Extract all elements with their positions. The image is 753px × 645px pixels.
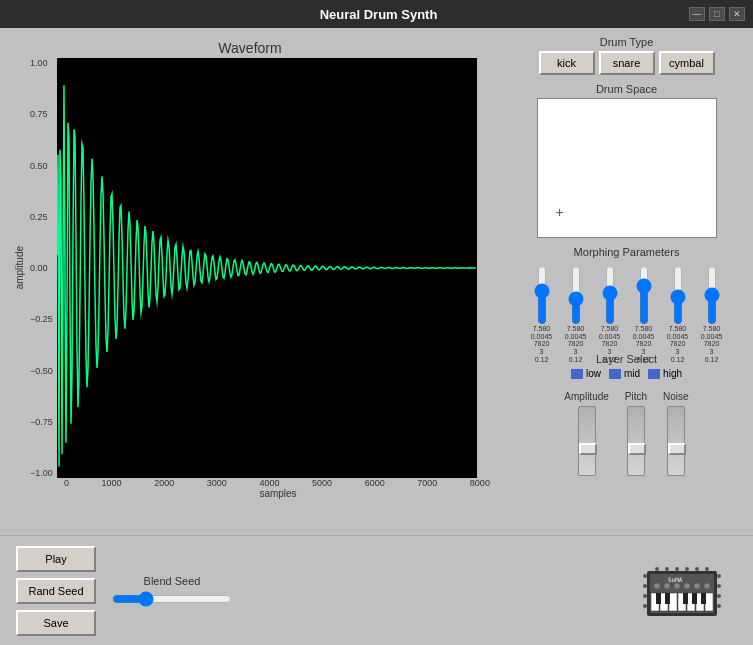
amplitude-label: Amplitude: [564, 391, 608, 402]
svg-point-17: [684, 583, 690, 589]
pitch-track[interactable]: [627, 406, 645, 476]
pitch-label: Pitch: [625, 391, 647, 402]
svg-rect-10: [665, 593, 670, 604]
morph-slider-4: 7.5800.0045782030.12: [630, 265, 658, 345]
snare-button[interactable]: snare: [599, 51, 655, 75]
soma-logo-svg: SoMA: [627, 551, 737, 631]
morphing-sliders: 7.5800.0045782030.12 7.5800.0045782030.1…: [508, 265, 745, 345]
kick-button[interactable]: kick: [539, 51, 595, 75]
waveform-container: Waveform amplitude 1.00 0.75 0.50 0.25: [8, 36, 492, 527]
close-button[interactable]: ✕: [729, 7, 745, 21]
layer-mid-swatch: [609, 369, 621, 379]
svg-rect-9: [656, 593, 661, 604]
drum-type-buttons: kick snare cymbal: [508, 51, 745, 75]
svg-point-23: [643, 594, 647, 598]
pitch-thumb[interactable]: [628, 443, 646, 455]
svg-rect-8: [705, 593, 713, 611]
morph-vslider-5[interactable]: [668, 265, 688, 325]
title-bar: Neural Drum Synth — □ ✕: [0, 0, 753, 28]
drum-space-canvas[interactable]: +: [537, 98, 717, 238]
morph-slider-2: 7.5800.0045782030.12: [562, 265, 590, 345]
morph-vslider-1[interactable]: [532, 265, 552, 325]
rand-seed-button[interactable]: Rand Seed: [16, 578, 96, 604]
button-group: Play Rand Seed Save: [16, 546, 96, 636]
morph-vslider-6[interactable]: [702, 265, 722, 325]
left-panel: Waveform amplitude 1.00 0.75 0.50 0.25: [0, 28, 500, 535]
layer-mid: mid: [609, 368, 640, 379]
waveform-plot: [57, 58, 477, 478]
window-title: Neural Drum Synth: [68, 7, 689, 22]
morph-slider-1: 7.5800.0045782030.12: [528, 265, 556, 345]
drum-space-cursor: +: [556, 204, 564, 220]
blend-seed-group: Blend Seed: [112, 575, 232, 607]
blend-seed-label: Blend Seed: [144, 575, 201, 587]
layer-select-row: low mid high: [508, 368, 745, 379]
svg-point-26: [717, 584, 721, 588]
svg-point-29: [655, 567, 659, 571]
x-axis-label: samples: [8, 488, 492, 499]
svg-text:SoMA: SoMA: [668, 576, 683, 583]
maximize-button[interactable]: □: [709, 7, 725, 21]
layer-mid-label: mid: [624, 368, 640, 379]
morphing-label: Morphing Parameters: [508, 246, 745, 258]
layer-sliders-row: Amplitude Pitch Noise: [508, 387, 745, 476]
save-button[interactable]: Save: [16, 610, 96, 636]
noise-label: Noise: [663, 391, 689, 402]
play-button[interactable]: Play: [16, 546, 96, 572]
svg-point-31: [675, 567, 679, 571]
svg-point-32: [685, 567, 689, 571]
svg-rect-4: [669, 593, 677, 611]
amplitude-track[interactable]: [578, 406, 596, 476]
drum-type-section: Drum Type kick snare cymbal: [508, 36, 745, 75]
amplitude-thumb[interactable]: [579, 443, 597, 455]
y-axis-label: amplitude: [14, 246, 25, 289]
noise-thumb[interactable]: [668, 443, 686, 455]
svg-rect-11: [683, 593, 688, 604]
layer-select-label: Layer Select: [508, 353, 745, 365]
cymbal-button[interactable]: cymbal: [659, 51, 715, 75]
svg-rect-12: [692, 593, 697, 604]
layer-high-swatch: [648, 369, 660, 379]
x-axis-ticks: 0 1000 2000 3000 4000 5000 6000 7000 800…: [8, 478, 492, 488]
svg-point-24: [643, 604, 647, 608]
morphing-section: Morphing Parameters 7.5800.0045782030.12…: [508, 246, 745, 345]
svg-point-34: [705, 567, 709, 571]
layer-low: low: [571, 368, 601, 379]
morph-slider-6: 7.5800.0045782030.12: [698, 265, 726, 345]
svg-point-25: [717, 574, 721, 578]
right-panel: Drum Type kick snare cymbal Drum Space +…: [500, 28, 753, 535]
layer-high-label: high: [663, 368, 682, 379]
svg-point-27: [717, 594, 721, 598]
svg-point-15: [664, 583, 670, 589]
layer-low-swatch: [571, 369, 583, 379]
pitch-slider-group: Pitch: [625, 391, 647, 476]
morph-slider-5: 7.5800.0045782030.12: [664, 265, 692, 345]
drum-type-label: Drum Type: [508, 36, 745, 48]
layer-select-section: Layer Select low mid high: [508, 353, 745, 379]
svg-point-28: [717, 604, 721, 608]
minimize-button[interactable]: —: [689, 7, 705, 21]
svg-point-22: [643, 584, 647, 588]
svg-point-33: [695, 567, 699, 571]
morph-vslider-2[interactable]: [566, 265, 586, 325]
waveform-canvas: [57, 58, 477, 478]
main-content: Waveform amplitude 1.00 0.75 0.50 0.25: [0, 28, 753, 535]
layer-high: high: [648, 368, 682, 379]
morph-vslider-3[interactable]: [600, 265, 620, 325]
morph-slider-3: 7.5800.0045782030.12: [596, 265, 624, 345]
amplitude-slider-group: Amplitude: [564, 391, 608, 476]
y-axis-ticks: 1.00 0.75 0.50 0.25 0.00 −0.25 −0.50 −0.…: [30, 58, 57, 478]
bottom-controls: Play Rand Seed Save Blend Seed: [0, 535, 753, 645]
svg-point-21: [643, 574, 647, 578]
soma-logo: SoMA: [627, 551, 737, 631]
svg-point-18: [694, 583, 700, 589]
morph-vslider-4[interactable]: [634, 265, 654, 325]
svg-point-30: [665, 567, 669, 571]
layer-low-label: low: [586, 368, 601, 379]
svg-rect-13: [701, 593, 706, 604]
window-controls: — □ ✕: [689, 7, 745, 21]
waveform-title: Waveform: [8, 36, 492, 56]
drum-space-section: Drum Space +: [508, 83, 745, 238]
noise-track[interactable]: [667, 406, 685, 476]
blend-seed-slider[interactable]: [112, 591, 232, 607]
